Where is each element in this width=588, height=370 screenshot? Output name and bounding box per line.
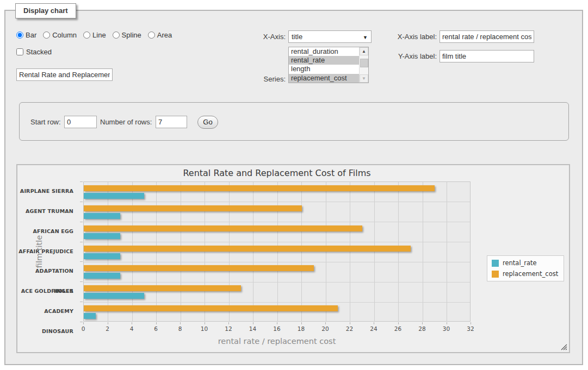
axis-tick (80, 322, 83, 322)
gridline (447, 182, 447, 321)
bar-replacement_cost-african-egg (84, 225, 362, 231)
gridline (84, 242, 470, 242)
chart-type-option-spline[interactable]: Spline (113, 31, 141, 39)
chart-yaxis-title: film title (35, 235, 44, 268)
axis-tick (350, 322, 350, 324)
xaxis-select[interactable]: title ▼ (288, 30, 372, 43)
axis-tick (471, 322, 471, 324)
series-multiselect[interactable]: rental_durationrental_ratelengthreplacem… (288, 47, 369, 83)
stacked-checkbox[interactable] (16, 48, 23, 55)
series-option-replacement_cost[interactable]: replacement_cost (289, 74, 359, 83)
axis-tick (132, 322, 132, 324)
page: Display chart BarColumnLineSplineArea St… (0, 0, 588, 370)
xtick-label: 12 (220, 325, 237, 332)
gridline (108, 182, 108, 321)
axis-tick (277, 322, 277, 324)
category-label: AIRPLANE SIERRA (17, 181, 78, 202)
category-label: ADAPTATION HOLES (17, 261, 78, 281)
axis-tick (80, 181, 83, 182)
chart-legend: rental_ratereplacement_cost (487, 255, 564, 281)
yaxis-label-field-label: Y-Axis label: (382, 52, 437, 60)
radio-column[interactable] (43, 32, 50, 39)
bar-rental_rate-academy-dinosaur (84, 313, 96, 319)
axis-tick (83, 322, 84, 324)
chart-type-option-column[interactable]: Column (43, 31, 77, 39)
xtick-label: 24 (366, 325, 382, 332)
series-scrollbar[interactable]: ▲ ▼ (359, 47, 368, 83)
chart-xaxis-title: rental rate / replacement cost (83, 337, 471, 346)
axis-tick (180, 322, 181, 324)
legend-item-rental_rate[interactable]: rental_rate (492, 259, 558, 267)
go-button[interactable]: Go (197, 116, 218, 129)
chart-title-input[interactable] (16, 68, 113, 81)
gridline (205, 182, 205, 321)
series-option-length[interactable]: length (289, 65, 359, 73)
gridline (132, 182, 133, 321)
bar-rental_rate-airplane-sierra (84, 193, 144, 199)
radio-bar[interactable] (16, 32, 23, 39)
axis-tick (398, 322, 399, 324)
start-row-input[interactable] (64, 116, 97, 128)
axis-tick (80, 261, 83, 262)
chart-container: Rental Rate and Replacement Cost of Film… (16, 164, 570, 353)
axis-tick (301, 322, 302, 324)
chart-type-option-bar[interactable]: Bar (16, 31, 36, 39)
xtick-label: 22 (342, 325, 358, 332)
bar-rental_rate-adaptation-holes (84, 273, 120, 279)
axis-tick (80, 202, 83, 202)
xtick-label: 30 (438, 325, 455, 332)
gridline (253, 182, 253, 321)
resize-grip-icon[interactable] (561, 344, 567, 350)
category-label: AFFAIR PREJUDICE (17, 242, 78, 262)
axis-tick (205, 322, 205, 324)
scroll-up-icon[interactable]: ▲ (360, 47, 368, 55)
xtick-label: 28 (414, 325, 430, 332)
radio-label: Spline (122, 31, 141, 39)
legend-item-replacement_cost[interactable]: replacement_cost (492, 270, 558, 278)
radio-label: Area (157, 31, 172, 39)
radio-line[interactable] (83, 32, 90, 39)
bar-rental_rate-ace-goldfinger (84, 293, 144, 299)
stacked-label: Stacked (26, 48, 52, 56)
radio-label: Column (52, 31, 77, 39)
gridline (374, 182, 375, 321)
num-rows-label: Number of rows: (100, 118, 154, 126)
bar-rental_rate-affair-prejudice (84, 253, 120, 259)
chart-title: Rental Rate and Replacement Cost of Film… (83, 168, 471, 178)
radio-spline[interactable] (113, 32, 120, 39)
stacked-checkbox-row: Stacked (16, 48, 52, 56)
rows-form-panel: Start row: Number of rows: Go (19, 102, 569, 141)
gridline (84, 302, 470, 303)
yaxis-label-input[interactable] (440, 50, 534, 62)
axis-tick (228, 322, 229, 324)
gridline (84, 222, 470, 222)
num-rows-input[interactable] (156, 116, 187, 128)
xtick-label: 20 (317, 325, 333, 332)
series-option-rental_rate[interactable]: rental_rate (289, 56, 359, 65)
bar-rental_rate-african-egg (84, 233, 120, 239)
chart-type-option-area[interactable]: Area (148, 31, 172, 39)
scroll-down-icon[interactable]: ▼ (360, 74, 368, 83)
axis-tick (80, 222, 83, 222)
xtick-label: 16 (269, 325, 285, 332)
axis-tick (80, 242, 83, 242)
bar-rental_rate-agent-truman (84, 213, 120, 219)
bar-replacement_cost-adaptation-holes (84, 265, 314, 271)
scrollbar-thumb[interactable] (360, 59, 368, 67)
gridline (423, 182, 423, 321)
xtick-label: 4 (123, 325, 140, 332)
xaxis-select-label: X-Axis: (234, 33, 286, 41)
series-option-rental_duration[interactable]: rental_duration (289, 47, 359, 56)
axis-tick (156, 322, 157, 324)
xtick-label: 26 (390, 325, 406, 332)
bar-replacement_cost-affair-prejudice (84, 246, 411, 252)
axis-tick (108, 322, 108, 324)
xaxis-label-input[interactable] (440, 30, 534, 43)
chart-type-option-line[interactable]: Line (83, 31, 106, 39)
radio-area[interactable] (148, 32, 155, 39)
xaxis-selected-value: title (292, 33, 302, 41)
chart-plot-area (83, 181, 471, 322)
gridline (398, 182, 399, 321)
bar-replacement_cost-academy-dinosaur (84, 305, 338, 311)
xaxis-label-field-label: X-Axis label: (382, 33, 437, 41)
